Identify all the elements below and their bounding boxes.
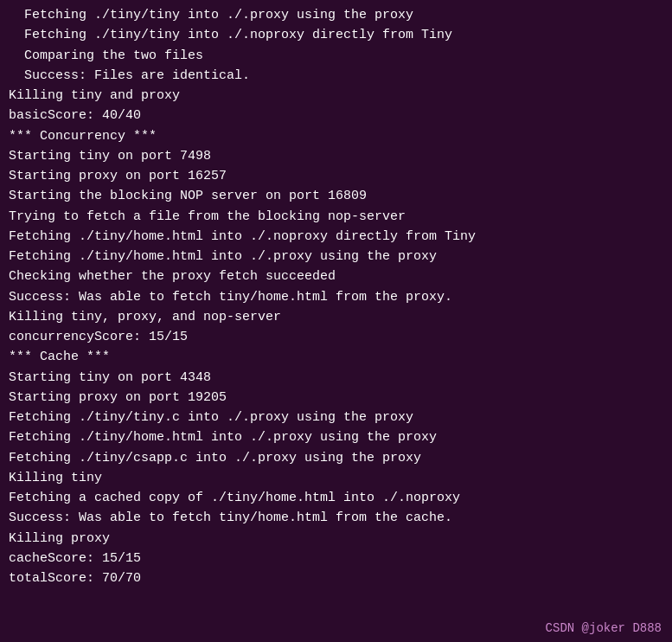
terminal-line: Killing tiny and proxy (9, 86, 663, 106)
terminal-line: cacheScore: 15/15 (9, 549, 663, 568)
terminal-line: Starting tiny on port 7498 (9, 146, 663, 166)
terminal-window: Fetching ./tiny/tiny into ./.proxy using… (0, 0, 672, 642)
terminal-line: *** Concurrency *** (9, 126, 663, 146)
watermark: CSDN @joker D888 (546, 621, 662, 635)
terminal-line: Killing proxy (9, 529, 663, 549)
terminal-output: Fetching ./tiny/tiny into ./.proxy using… (9, 5, 663, 588)
terminal-line: Fetching ./tiny/home.html into ./.noprox… (9, 227, 663, 247)
terminal-line: basicScore: 40/40 (9, 106, 663, 125)
terminal-line: totalScore: 70/70 (9, 568, 663, 588)
terminal-line: Killing tiny (9, 468, 663, 488)
terminal-line: Trying to fetch a file from the blocking… (9, 207, 663, 227)
terminal-line: Fetching ./tiny/tiny into ./.proxy using… (9, 5, 663, 25)
terminal-line: Checking whether the proxy fetch succeed… (9, 266, 663, 286)
terminal-line: Fetching ./tiny/csapp.c into ./.proxy us… (9, 448, 663, 468)
terminal-line: Fetching ./tiny/home.html into ./.proxy … (9, 427, 663, 447)
terminal-line: Comparing the two files (9, 46, 663, 66)
terminal-line: Fetching ./tiny/home.html into ./.proxy … (9, 247, 663, 266)
terminal-line: Starting proxy on port 16257 (9, 166, 663, 186)
terminal-line: Starting tiny on port 4348 (9, 368, 663, 388)
terminal-line: Fetching ./tiny/tiny into ./.noproxy dir… (9, 25, 663, 45)
terminal-line: Killing tiny, proxy, and nop-server (9, 307, 663, 327)
terminal-line: concurrencyScore: 15/15 (9, 327, 663, 347)
terminal-line: Success: Files are identical. (9, 66, 663, 86)
terminal-line: Fetching a cached copy of ./tiny/home.ht… (9, 488, 663, 508)
terminal-line: Fetching ./tiny/tiny.c into ./.proxy usi… (9, 408, 663, 427)
terminal-line: Starting the blocking NOP server on port… (9, 186, 663, 206)
terminal-line: *** Cache *** (9, 347, 663, 367)
terminal-line: Success: Was able to fetch tiny/home.htm… (9, 287, 663, 307)
terminal-line: Starting proxy on port 19205 (9, 388, 663, 408)
terminal-line: Success: Was able to fetch tiny/home.htm… (9, 508, 663, 528)
